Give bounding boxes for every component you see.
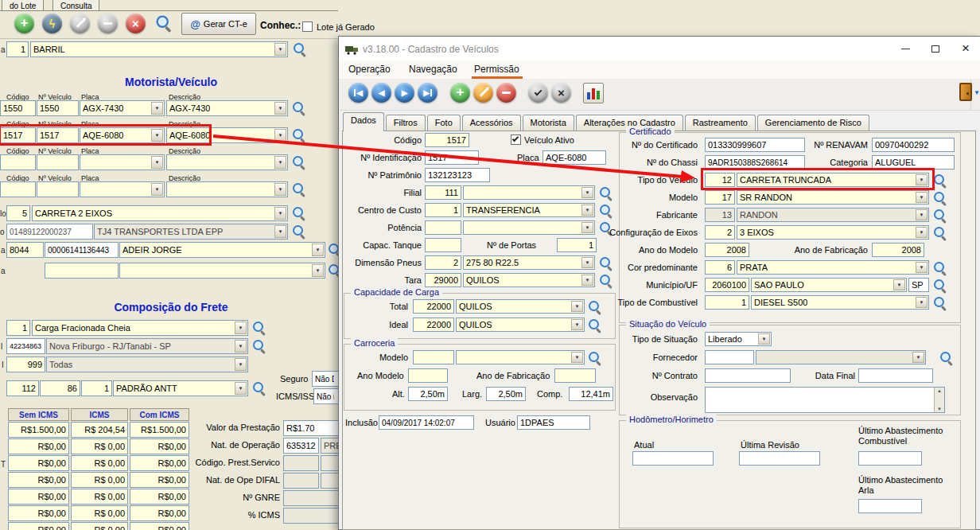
larg-field[interactable]: 2,50m: [486, 387, 526, 401]
data-final-field[interactable]: [858, 368, 933, 383]
ano-do-modelo-field[interactable]: 2008: [705, 243, 749, 257]
tab-foto[interactable]: Foto: [427, 115, 461, 131]
search-icon[interactable]: [939, 351, 954, 365]
search-icon[interactable]: [588, 300, 602, 314]
carga-combo[interactable]: Carga Fracionada Cheia: [32, 320, 248, 336]
potencia-field[interactable]: [425, 220, 461, 235]
total-cell[interactable]: R$0,00: [8, 472, 69, 488]
combustivel-combo[interactable]: DIESEL S500: [751, 295, 929, 310]
identificacao-field[interactable]: 1517: [425, 150, 479, 165]
cancel-button[interactable]: [551, 83, 571, 103]
total-cell[interactable]: R$0,00: [130, 455, 189, 471]
config-eixos-code-field[interactable]: 2: [705, 225, 735, 240]
tara-field[interactable]: 29000: [425, 273, 461, 287]
tab-dados[interactable]: Dados: [343, 112, 384, 131]
search-icon[interactable]: [599, 256, 613, 271]
codigo-prest-field[interactable]: [283, 455, 319, 471]
contrato-field[interactable]: [705, 368, 791, 383]
search-icon[interactable]: [293, 42, 307, 57]
search-icon[interactable]: [292, 155, 306, 170]
total-cell[interactable]: R$0,00: [8, 438, 69, 454]
search-icon[interactable]: [588, 318, 602, 333]
dropdown-arrow-icon[interactable]: [312, 244, 324, 256]
ult-abastecimento-comb-field[interactable]: [858, 451, 922, 466]
menu-permissao[interactable]: Permissão: [474, 64, 519, 75]
vehicle-desc-combo[interactable]: AGX-7430: [166, 100, 288, 116]
total-cell[interactable]: R$0,00: [8, 505, 69, 521]
edit-button[interactable]: [70, 14, 90, 33]
total-cell[interactable]: R$0,00: [130, 522, 189, 530]
capac-tanque-field[interactable]: [425, 238, 461, 252]
dropdown-arrow-icon[interactable]: [912, 352, 924, 363]
total-cell[interactable]: R$1.500,00: [8, 422, 69, 438]
potencia-combo[interactable]: [463, 220, 595, 235]
total-cell[interactable]: R$ 204,54: [71, 422, 128, 438]
placa-field[interactable]: AQE-6080: [542, 150, 606, 165]
total-cell[interactable]: R$ 0,00: [71, 489, 128, 505]
modelo-code-field[interactable]: 5: [6, 205, 30, 221]
modelo-code-field[interactable]: 17: [705, 190, 735, 205]
praca-combo[interactable]: BARRIL: [30, 41, 288, 57]
minimize-button[interactable]: [891, 37, 920, 60]
dropdown-arrow-icon[interactable]: [274, 183, 286, 196]
edit-button[interactable]: [473, 83, 493, 103]
perc-icms-field[interactable]: [283, 508, 339, 524]
motorista2-combo[interactable]: [119, 263, 325, 279]
vehicle-placa-combo[interactable]: [80, 181, 165, 197]
tab-do-lote[interactable]: do Lote: [2, 0, 44, 11]
vehicle-codigo-field[interactable]: [0, 181, 36, 197]
vehicle-num-field[interactable]: [37, 181, 79, 197]
centro-custo-combo[interactable]: TRANSFERENCIA: [463, 203, 595, 217]
vehicle-codigo-field[interactable]: 1550: [0, 100, 36, 116]
dropdown-arrow-icon[interactable]: [235, 322, 247, 334]
percurso-combo[interactable]: Nova Friburgo - RJ/Tanabi - SP: [46, 338, 248, 354]
confirm-button[interactable]: [528, 83, 548, 103]
add-button[interactable]: [450, 83, 470, 103]
search-icon[interactable]: [292, 101, 306, 115]
transportador-combo[interactable]: TJ4 TRANSPORTES LTDA EPP: [94, 224, 288, 240]
num-certificado-field[interactable]: 013330999607: [705, 138, 805, 152]
ano-fabricacao-field[interactable]: [554, 368, 596, 383]
tab-rastreamento[interactable]: Rastreamento: [685, 115, 756, 131]
remove-button[interactable]: [98, 14, 118, 33]
dropdown-arrow-icon[interactable]: [235, 340, 247, 353]
search-icon[interactable]: [933, 261, 947, 275]
dropdown-arrow-icon[interactable]: [151, 156, 163, 169]
search-icon[interactable]: [292, 224, 306, 239]
praca-code-field[interactable]: 1: [6, 41, 29, 57]
dropdown-arrow-icon[interactable]: [274, 207, 286, 220]
tabela-f1-field[interactable]: 112: [6, 380, 39, 396]
filial-field[interactable]: 111: [425, 185, 461, 200]
total-cell[interactable]: R$1.500,00: [130, 422, 189, 438]
dropdown-arrow-icon[interactable]: [274, 225, 286, 238]
filial-combo[interactable]: [463, 185, 595, 200]
total-cell[interactable]: R$0,00: [130, 505, 189, 521]
search-icon[interactable]: [252, 381, 266, 396]
alt-field[interactable]: 2,50m: [408, 387, 448, 401]
search-icon[interactable]: [933, 208, 947, 223]
observacao-textarea[interactable]: [705, 387, 945, 413]
ultima-revisao-field[interactable]: [739, 451, 820, 466]
dropdown-arrow-icon[interactable]: [581, 257, 593, 268]
dropdown-arrow-icon[interactable]: [274, 102, 286, 115]
dropdown-arrow-icon[interactable]: [274, 156, 286, 169]
dropdown-arrow-icon[interactable]: [916, 209, 928, 220]
nav-prev-button[interactable]: [371, 83, 391, 103]
chart-button[interactable]: [583, 83, 604, 103]
renavam-field[interactable]: 00970400292: [872, 138, 955, 152]
dropdown-arrow-icon[interactable]: [235, 382, 247, 395]
cor-code-field[interactable]: 6: [705, 260, 735, 275]
tabela-f2-field[interactable]: 86: [40, 380, 80, 396]
total-field[interactable]: 22000: [413, 299, 454, 314]
dropdown-arrow-icon[interactable]: [571, 352, 583, 363]
valor-prestacao-field[interactable]: R$1.70: [283, 420, 339, 436]
total-cell[interactable]: R$0,00: [8, 489, 69, 505]
tab-gerenciamento-risco[interactable]: Gerenciamento de Risco: [757, 115, 869, 131]
dropdown-arrow-icon[interactable]: [893, 279, 905, 290]
title-bar[interactable]: v3.18.00 - Cadastro de Veículos: [339, 37, 980, 60]
fabricante-code-field[interactable]: 13: [705, 208, 735, 222]
ano-modelo-field[interactable]: [408, 368, 448, 383]
gnre-field[interactable]: [283, 490, 339, 506]
total-cell[interactable]: R$ 0,00: [71, 522, 128, 530]
search-icon[interactable]: [933, 173, 947, 188]
